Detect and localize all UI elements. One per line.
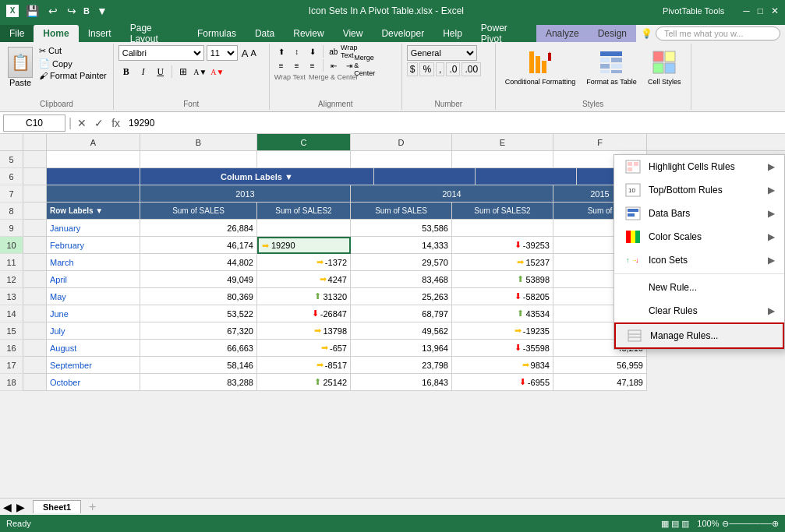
row-num-12[interactable]: 12: [0, 271, 23, 288]
formula-input[interactable]: [126, 115, 782, 132]
row-num-13[interactable]: 13: [0, 288, 23, 305]
cell-17-C[interactable]: ➡-8517: [257, 357, 351, 374]
border-button[interactable]: ⊞: [175, 64, 191, 79]
cell-11-A[interactable]: March: [47, 254, 140, 271]
cell-6-A[interactable]: [47, 168, 140, 185]
cell-7-A[interactable]: [47, 185, 140, 203]
cell-12-0[interactable]: [23, 271, 47, 288]
font-name-select[interactable]: Calibri: [118, 45, 204, 61]
underline-button[interactable]: U: [153, 64, 168, 79]
view-buttons[interactable]: ▦ ▤ ▥: [661, 519, 689, 529]
cell-5-B[interactable]: [140, 151, 257, 168]
cell-15-0[interactable]: [23, 322, 47, 340]
cell-12-C[interactable]: ➡4247: [257, 271, 351, 288]
cell-15-B[interactable]: 67,320: [140, 322, 257, 340]
row-num-16[interactable]: 16: [0, 340, 23, 357]
cell-styles-button[interactable]: Cell Styles: [643, 45, 686, 89]
cell-6-E[interactable]: [476, 168, 577, 185]
cell-13-C[interactable]: ⬆31320: [257, 288, 351, 305]
cell-11-D[interactable]: 29,570: [351, 254, 452, 271]
font-size-select[interactable]: 11: [207, 45, 238, 61]
align-middle-btn[interactable]: ↕: [290, 45, 304, 58]
cell-5-C[interactable]: [257, 151, 351, 168]
tab-design[interactable]: Design: [589, 25, 636, 42]
row-num-15[interactable]: 15: [0, 322, 23, 340]
cell-8-0[interactable]: [23, 203, 47, 220]
cell-11-B[interactable]: 44,802: [140, 254, 257, 271]
cell-12-D[interactable]: 83,468: [351, 271, 452, 288]
font-decrease-btn[interactable]: A: [250, 48, 256, 58]
cell-15-A[interactable]: July: [47, 322, 140, 340]
cell-17-B[interactable]: 58,146: [140, 357, 257, 374]
cell-13-B[interactable]: 80,369: [140, 288, 257, 305]
insert-function-btn[interactable]: fx: [109, 117, 122, 129]
cell-5-A[interactable]: [47, 151, 140, 168]
percent-btn[interactable]: %: [419, 62, 434, 76]
minimize-btn[interactable]: ─: [743, 5, 750, 16]
cell-16-E[interactable]: ⬇-35598: [452, 340, 553, 357]
tab-home[interactable]: Home: [34, 25, 78, 42]
cell-13-D[interactable]: 25,263: [351, 288, 452, 305]
col-header-B[interactable]: B: [140, 134, 257, 150]
col-header-D[interactable]: D: [351, 134, 452, 150]
cell-15-E[interactable]: ➡-19235: [452, 322, 553, 340]
cell-7-B[interactable]: 2013: [140, 185, 351, 203]
cell-16-D[interactable]: 13,964: [351, 340, 452, 357]
left-align-btn[interactable]: ≡: [274, 59, 288, 72]
tab-insert[interactable]: Insert: [79, 25, 121, 42]
cell-6-0[interactable]: [23, 168, 47, 185]
cell-17-0[interactable]: [23, 357, 47, 374]
cell-7-0[interactable]: [23, 185, 47, 203]
tab-view[interactable]: View: [334, 25, 373, 42]
col-header-E[interactable]: E: [452, 134, 553, 150]
cell-9-B[interactable]: 26,884: [140, 220, 257, 237]
cell-8-E[interactable]: Sum of SALES2: [452, 203, 553, 220]
tab-power-pivot[interactable]: Power Pivot: [472, 25, 536, 42]
center-align-btn[interactable]: ≡: [290, 59, 304, 72]
currency-btn[interactable]: $: [407, 62, 419, 76]
sheet-nav-right[interactable]: ▶: [16, 501, 25, 513]
decrease-indent-btn[interactable]: ⇤: [327, 59, 341, 72]
row-num-18[interactable]: 18: [0, 374, 23, 391]
menu-data-bars[interactable]: Data Bars ▶: [614, 202, 784, 225]
menu-manage-rules[interactable]: Manage Rules...: [614, 322, 784, 349]
cell-17-D[interactable]: 23,798: [351, 357, 452, 374]
align-top-btn[interactable]: ⬆: [274, 45, 288, 58]
tab-developer[interactable]: Developer: [372, 25, 433, 42]
cell-10-E[interactable]: ⬇-39253: [452, 237, 553, 254]
row-num-8[interactable]: 8: [0, 203, 23, 220]
row-num-10[interactable]: 10: [0, 237, 23, 254]
cell-17-E[interactable]: ➡9834: [452, 357, 553, 374]
cancel-formula-btn[interactable]: ✕: [75, 117, 89, 129]
copy-button[interactable]: 📄Copy: [37, 58, 108, 69]
cell-15-D[interactable]: 49,562: [351, 322, 452, 340]
comma-btn[interactable]: ,: [436, 62, 444, 76]
row-num-14[interactable]: 14: [0, 305, 23, 322]
decrease-decimal-btn[interactable]: .0: [446, 62, 460, 76]
cell-9-0[interactable]: [23, 220, 47, 237]
cell-18-A[interactable]: October: [47, 374, 140, 391]
menu-color-scales[interactable]: Color Scales ▶: [614, 225, 784, 248]
italic-button[interactable]: I: [136, 64, 151, 79]
cell-6-D[interactable]: [374, 168, 476, 185]
row-num-11[interactable]: 11: [0, 254, 23, 271]
format-painter-button[interactable]: 🖌Format Painter: [37, 70, 108, 81]
cell-5-D[interactable]: [351, 151, 452, 168]
cell-18-B[interactable]: 83,288: [140, 374, 257, 391]
cell-17-A[interactable]: September: [47, 357, 140, 374]
cell-16-0[interactable]: [23, 340, 47, 357]
merge-center-btn[interactable]: Merge & Center: [358, 59, 372, 72]
right-align-btn[interactable]: ≡: [306, 59, 320, 72]
cell-18-0[interactable]: [23, 374, 47, 391]
row-num-9[interactable]: 9: [0, 220, 23, 237]
add-sheet-btn[interactable]: +: [89, 500, 96, 514]
format-as-table-button[interactable]: Format as Table: [582, 45, 641, 89]
qat-more[interactable]: ▼: [94, 5, 110, 17]
tab-formulas[interactable]: Formulas: [188, 25, 246, 42]
cell-14-D[interactable]: 68,797: [351, 305, 452, 322]
cell-9-A[interactable]: January: [47, 220, 140, 237]
cell-8-A[interactable]: Row Labels ▼: [47, 203, 140, 220]
tab-data[interactable]: Data: [246, 25, 284, 42]
cell-17-F[interactable]: 56,959: [553, 357, 647, 374]
cell-6-B[interactable]: Column Labels ▼: [140, 168, 374, 185]
